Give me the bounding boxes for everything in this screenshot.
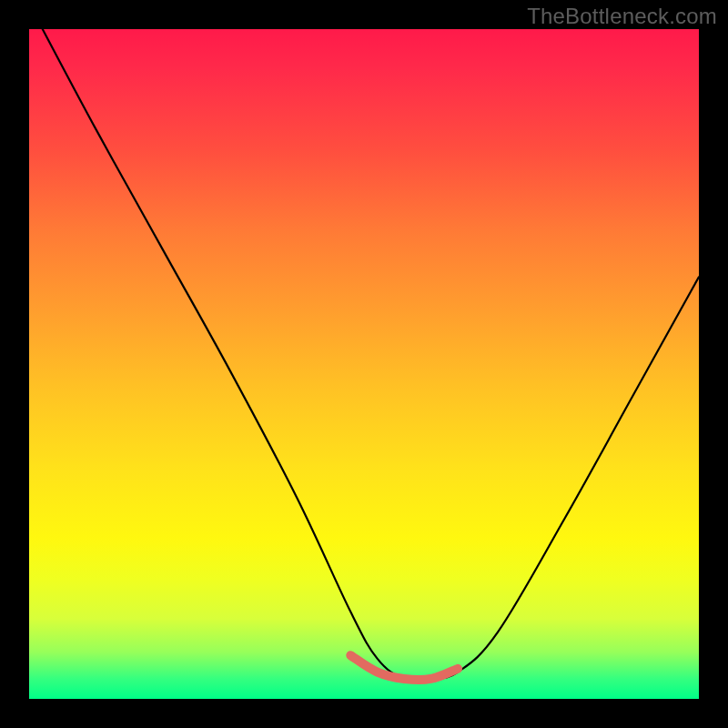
watermark-text: TheBottleneck.com <box>527 4 717 29</box>
chart-frame: TheBottleneck.com <box>0 0 728 728</box>
bottleneck-curve <box>43 29 699 681</box>
curve-svg <box>29 29 699 699</box>
plot-area <box>29 29 699 699</box>
valley-highlight <box>350 655 458 680</box>
